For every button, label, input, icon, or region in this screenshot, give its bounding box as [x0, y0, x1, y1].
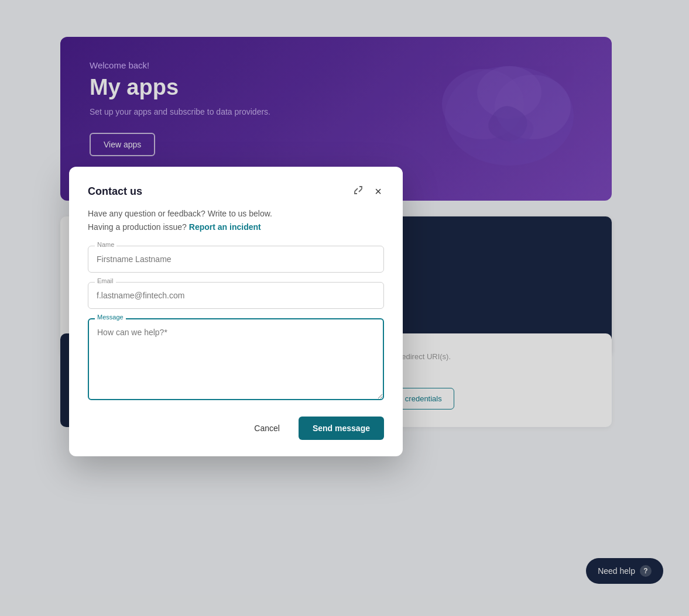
name-input[interactable]	[88, 246, 384, 273]
modal-header-actions: ×	[351, 183, 384, 199]
modal-expand-button[interactable]	[351, 183, 365, 199]
cancel-button[interactable]: Cancel	[245, 418, 289, 439]
email-field-container: Email	[88, 282, 384, 309]
modal-footer: Cancel Send message	[88, 417, 384, 440]
email-label: Email	[95, 277, 116, 284]
page-wrapper: Welcome back! My apps Set up your apps a…	[0, 0, 689, 616]
message-textarea[interactable]	[88, 318, 384, 400]
report-incident-link[interactable]: Report an incident	[189, 222, 261, 232]
message-label: Message	[95, 314, 126, 321]
modal-description-line2: Having a production issue? Report an inc…	[88, 222, 384, 232]
modal-title: Contact us	[88, 185, 142, 198]
modal-close-button[interactable]: ×	[372, 183, 384, 199]
send-message-button[interactable]: Send message	[299, 417, 384, 440]
name-field-container: Name	[88, 246, 384, 273]
message-field-container: Message	[88, 318, 384, 402]
name-label: Name	[95, 241, 116, 248]
modal-production-text: Having a production issue?	[88, 222, 187, 232]
email-input[interactable]	[88, 282, 384, 309]
contact-modal: Contact us × Have any question or feedba…	[69, 167, 403, 456]
modal-description-line1: Have any question or feedback? Write to …	[88, 208, 384, 220]
modal-header: Contact us ×	[88, 183, 384, 199]
